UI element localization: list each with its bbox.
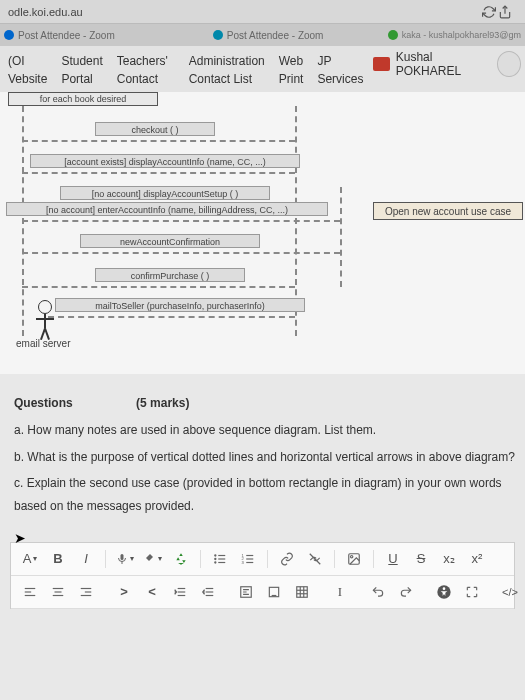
- redo-button[interactable]: [393, 580, 419, 604]
- tab-gmail[interactable]: kaka - kushalpokharel93@gm: [388, 30, 521, 40]
- msg-display-account-info: [account exists] displayAccountInfo (nam…: [30, 154, 300, 168]
- arrow: [48, 316, 295, 318]
- actor-label: email server: [16, 338, 70, 349]
- outdent-button[interactable]: [195, 580, 221, 604]
- equation-button[interactable]: [233, 580, 259, 604]
- question-c-cont: based on the messages provided.: [14, 495, 515, 518]
- font-color-button[interactable]: A: [17, 547, 43, 571]
- separator: [200, 550, 201, 568]
- question-a: a. How many notes are used in above sequ…: [14, 419, 515, 442]
- svg-rect-1: [121, 554, 124, 560]
- align-left-button[interactable]: [17, 580, 43, 604]
- separator: [334, 550, 335, 568]
- unlink-button[interactable]: [302, 547, 328, 571]
- tab-zoom-1[interactable]: Post Attendee - Zoom: [4, 30, 115, 41]
- indent-button[interactable]: [167, 580, 193, 604]
- svg-rect-36: [297, 587, 308, 598]
- actor-icon: [38, 300, 52, 328]
- char-button[interactable]: [261, 580, 287, 604]
- separator: [105, 550, 106, 568]
- msg-enter-account-info: [no account] enterAccountInfo (name, bil…: [6, 202, 328, 216]
- link-button[interactable]: [274, 547, 300, 571]
- arrow: [22, 172, 295, 174]
- svg-point-5: [215, 558, 216, 559]
- recycle-button[interactable]: [168, 547, 194, 571]
- arrow: [22, 140, 295, 142]
- zoom-icon: [213, 30, 223, 40]
- rich-text-toolbar: A B I 123 U S x₂ x² > < I: [10, 542, 515, 609]
- nav-koi[interactable]: (OI Vebsite: [4, 50, 57, 90]
- separator: [267, 550, 268, 568]
- question-c: c. Explain the second use case (provided…: [14, 472, 515, 495]
- user-name[interactable]: Kushal POKHAREL: [396, 50, 492, 78]
- msg-confirm-purchase: confirmPurchase ( ): [95, 268, 245, 282]
- reload-icon[interactable]: [481, 4, 497, 20]
- question-text: Questions (5 marks) a. How many notes ar…: [0, 374, 525, 528]
- svg-point-42: [443, 587, 446, 590]
- separator: [373, 550, 374, 568]
- nav-student-portal[interactable]: Student Portal: [57, 50, 112, 90]
- nav-web-print[interactable]: Web Print: [275, 50, 314, 90]
- tab-label: Post Attendee - Zoom: [18, 30, 115, 41]
- subscript-button[interactable]: x₂: [436, 547, 462, 571]
- svg-point-3: [215, 555, 216, 556]
- arrow: [22, 286, 295, 288]
- image-button[interactable]: [341, 547, 367, 571]
- underline-button[interactable]: U: [380, 547, 406, 571]
- svg-text:3: 3: [242, 560, 245, 565]
- arrow: [22, 252, 340, 254]
- align-center-button[interactable]: [45, 580, 71, 604]
- url-text: odle.koi.edu.au: [8, 6, 83, 18]
- avatar[interactable]: [497, 51, 521, 77]
- html-button[interactable]: </>: [497, 580, 523, 604]
- text-cursor-button[interactable]: I: [327, 580, 353, 604]
- tab-label: Post Attendee - Zoom: [227, 30, 324, 41]
- lifeline-3: [340, 187, 342, 287]
- svg-point-7: [215, 562, 216, 563]
- bullet-list-button[interactable]: [207, 547, 233, 571]
- question-b: b. What is the purpose of vertical dotte…: [14, 446, 515, 469]
- svg-point-17: [351, 555, 353, 557]
- rtl-button[interactable]: <: [139, 580, 165, 604]
- table-button[interactable]: [289, 580, 315, 604]
- superscript-button[interactable]: x²: [464, 547, 490, 571]
- open-account-use-case: Open new account use case: [373, 202, 523, 220]
- brush-button[interactable]: [140, 547, 166, 571]
- toolbar-row-2: > < I </>: [11, 576, 514, 609]
- zoom-icon: [4, 30, 14, 40]
- questions-marks: (5 marks): [136, 396, 189, 410]
- number-list-button[interactable]: 123: [235, 547, 261, 571]
- italic-button[interactable]: I: [73, 547, 99, 571]
- accessibility-button[interactable]: [431, 580, 457, 604]
- window-tabs: Post Attendee - Zoom Post Attendee - Zoo…: [0, 24, 525, 46]
- tab-label: kaka - kushalpokharel93@gm: [402, 30, 521, 40]
- msg-new-account-confirmation: newAccountConfirmation: [80, 234, 260, 248]
- msg-checkout: checkout ( ): [95, 122, 215, 136]
- nav-user-area: Kushal POKHAREL: [373, 50, 521, 78]
- mic-button[interactable]: [112, 547, 138, 571]
- share-icon[interactable]: [497, 4, 513, 20]
- messages-icon[interactable]: [373, 57, 389, 71]
- nav-admin-contact[interactable]: Administration Contact List: [185, 50, 275, 90]
- bold-button[interactable]: B: [45, 547, 71, 571]
- msg-mail-to-seller: mailToSeller (purchaseInfo, purchaserInf…: [55, 298, 305, 312]
- questions-heading: Questions: [14, 392, 73, 415]
- mail-icon: [388, 30, 398, 40]
- strike-button[interactable]: S: [408, 547, 434, 571]
- tab-zoom-2[interactable]: Post Attendee - Zoom: [213, 30, 324, 41]
- site-nav: (OI Vebsite Student Portal Teachers' Con…: [0, 46, 525, 92]
- align-right-button[interactable]: [73, 580, 99, 604]
- loop-frame-label: for each book desired: [8, 92, 158, 106]
- toolbar-row-1: A B I 123 U S x₂ x²: [11, 543, 514, 576]
- msg-display-account-setup: [no account] displayAccountSetup ( ): [60, 186, 270, 200]
- undo-button[interactable]: [365, 580, 391, 604]
- ltr-button[interactable]: >: [111, 580, 137, 604]
- fullscreen-button[interactable]: [459, 580, 485, 604]
- arrow: [22, 220, 340, 222]
- nav-jp-services[interactable]: JP Services: [313, 50, 373, 90]
- browser-address-bar: odle.koi.edu.au: [0, 0, 525, 24]
- sequence-diagram: for each book desired Open new account u…: [0, 92, 525, 374]
